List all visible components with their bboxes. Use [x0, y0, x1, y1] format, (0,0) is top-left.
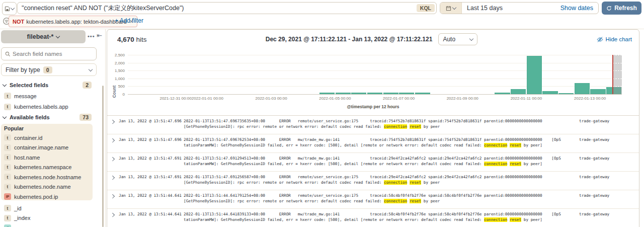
- search-icon: [5, 51, 11, 57]
- x-tick-label: 2022-01-13 00:00: [574, 96, 606, 101]
- eye-off-icon: [597, 36, 603, 43]
- refresh-button[interactable]: Refresh: [602, 2, 641, 15]
- x-tick-label: 2022-01-05 00:00: [319, 96, 351, 101]
- gridline: [128, 79, 622, 79]
- kibana-discover-page: KQL Last 15 days Show dates Refresh NOT …: [0, 0, 644, 227]
- row-timestamp: Jan 13, 2022 @ 13:51:47.696: [119, 137, 184, 143]
- dashed-gridline: [613, 79, 622, 79]
- x-tick-label: 2021-12-31 00:00: [159, 96, 191, 101]
- histogram-bar[interactable]: [542, 91, 557, 94]
- field-type-icon: t: [4, 144, 11, 151]
- row-app-label: trade-gateway: [579, 137, 609, 143]
- save-query-icon: [5, 6, 10, 12]
- time-range-label[interactable]: Last 15 days: [462, 5, 560, 12]
- row-app-label: trade-gateway: [579, 212, 609, 217]
- calendar-icon: [446, 6, 451, 11]
- interval-value: Auto: [443, 36, 455, 43]
- field-item-container.image.name[interactable]: tcontainer.image.name: [0, 143, 101, 153]
- histogram-bar[interactable]: [351, 93, 366, 94]
- row-app-label: trade-gateway: [579, 175, 609, 180]
- histogram-plot-area[interactable]: 05001,0001,5002,0002,5002021-12-31 00:00…: [128, 55, 622, 95]
- histogram-bar[interactable]: [367, 93, 382, 94]
- expand-row-button[interactable]: [111, 156, 119, 162]
- available-fields-count-badge: 73: [79, 114, 92, 121]
- query-input[interactable]: [18, 5, 417, 12]
- sidebar-scrollbar[interactable]: [102, 86, 104, 227]
- index-pattern-selector[interactable]: filebeat-*: [1, 30, 86, 43]
- field-type-icon: t: [4, 215, 11, 221]
- histogram-bar[interactable]: [511, 89, 526, 94]
- selected-fields-label: Selected fields: [10, 82, 48, 88]
- histogram-bar[interactable]: [527, 56, 542, 94]
- field-name: host.name: [14, 155, 40, 161]
- field-item-message[interactable]: tmessage: [0, 91, 101, 102]
- show-dates-button[interactable]: Show dates: [560, 5, 598, 12]
- date-picker: Last 15 days Show dates: [440, 2, 599, 14]
- kql-language-button[interactable]: KQL: [417, 4, 435, 12]
- field-item-_index[interactable]: t_index: [0, 213, 101, 223]
- gridline: [128, 86, 622, 87]
- interval-select[interactable]: Auto: [438, 33, 477, 45]
- histogram-bar[interactable]: [590, 89, 605, 94]
- expand-row-button[interactable]: [111, 193, 119, 199]
- available-fields-header[interactable]: Available fields 73: [0, 114, 99, 121]
- query-input-wrap: KQL: [17, 2, 437, 14]
- field-name: kubernetes.namespace: [14, 164, 71, 170]
- row-message: 2022-01-13T13:51:44.641791254+08:00 ERRO…: [184, 193, 572, 204]
- expand-row-button[interactable]: [111, 212, 119, 218]
- histogram-bar[interactable]: [319, 93, 335, 94]
- field-item-kubernetes.pod.ip[interactable]: IPkubernetes.pod.ip: [0, 192, 101, 202]
- table-row: Jan 13, 2022 @ 13:51:47.6912022-01-13T13…: [107, 172, 639, 190]
- histogram-bar[interactable]: [383, 93, 398, 94]
- field-item-container.id[interactable]: tcontainer.id: [0, 133, 101, 143]
- field-item-host.name[interactable]: thost.name: [0, 153, 101, 163]
- field-type-icon: #: [4, 224, 11, 227]
- histogram-bar[interactable]: [558, 93, 574, 94]
- filter-by-type-label: Filter by type: [6, 66, 40, 73]
- histogram-bar[interactable]: [399, 93, 414, 94]
- field-name: kubernetes.node.hostname: [14, 174, 81, 180]
- field-type-icon: t: [4, 174, 11, 180]
- current-time-marker: [612, 55, 613, 94]
- field-item-kubernetes.node.hostname[interactable]: tkubernetes.node.hostname: [0, 172, 101, 182]
- chevron-down-icon: [452, 6, 456, 10]
- field-item-_id[interactable]: t_id: [0, 203, 101, 213]
- other-fields-list: t_idt_index#_score: [0, 203, 101, 227]
- y-axis-title: Count: [112, 77, 117, 107]
- histogram-bar[interactable]: [336, 93, 351, 94]
- row-timestamp: Jan 13, 2022 @ 13:51:44.641: [119, 193, 184, 199]
- row-timestamp: Jan 13, 2022 @ 13:51:47.696: [119, 119, 184, 124]
- histogram-chart: Count 05001,0001,5002,0002,5002021-12-31…: [107, 50, 639, 115]
- field-name: _score: [14, 225, 31, 227]
- histogram-bar[interactable]: [495, 93, 510, 94]
- dashed-gridline: [613, 55, 622, 55]
- filter-by-type-button[interactable]: Filter by type 0: [1, 63, 97, 76]
- expand-row-button[interactable]: [111, 119, 119, 125]
- histogram-bar[interactable]: [415, 93, 430, 94]
- field-item-kubernetes.node.name[interactable]: tkubernetes.node.name: [0, 182, 101, 192]
- field-item-kubernetes.labels.app[interactable]: tkubernetes.labels.app: [0, 102, 101, 113]
- refresh-label: Refresh: [614, 5, 637, 12]
- field-name: container.id: [14, 135, 42, 141]
- index-options-icon[interactable]: •••: [88, 33, 95, 39]
- add-filter-button[interactable]: + Add filter: [115, 17, 143, 24]
- dashed-gridline: [613, 86, 622, 87]
- row-message: 2022-01-13T13:51:44.641839133+08:00 ERRO…: [184, 212, 572, 222]
- expand-row-button[interactable]: [111, 137, 119, 143]
- saved-query-menu-button[interactable]: [2, 2, 17, 15]
- field-type-icon: t: [4, 184, 11, 190]
- hide-chart-button[interactable]: Hide chart: [597, 36, 632, 43]
- collapse-sidebar-icon[interactable]: ⇤: [97, 32, 102, 39]
- y-tick-label: 1,000: [107, 77, 125, 81]
- hits-count: 4,670 hits: [117, 36, 147, 43]
- field-item-kubernetes.namespace[interactable]: tkubernetes.namespace: [0, 163, 101, 173]
- date-picker-quick-menu-button[interactable]: [440, 3, 462, 14]
- expand-row-button[interactable]: [111, 175, 119, 181]
- selected-fields-header[interactable]: Selected fields 2: [0, 82, 99, 89]
- field-type-icon: t: [4, 154, 11, 161]
- field-item-_score[interactable]: #_score: [0, 223, 101, 227]
- chevron-right-icon: [111, 212, 115, 216]
- histogram-bar[interactable]: [575, 83, 590, 94]
- field-name: kubernetes.pod.ip: [14, 194, 58, 200]
- field-search-input[interactable]: [11, 51, 96, 57]
